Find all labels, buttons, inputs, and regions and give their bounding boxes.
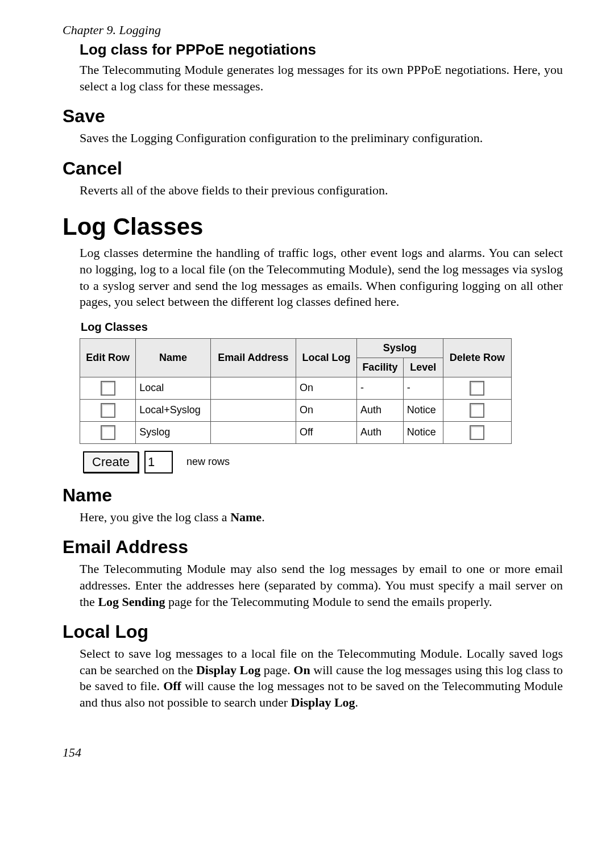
text-span: Here, you give the log class a <box>80 510 230 524</box>
delete-checkbox[interactable] <box>470 425 484 440</box>
body-local-log: Select to save log messages to a local f… <box>80 646 563 711</box>
bold-span: Off <box>163 679 181 693</box>
cell-facility: - <box>356 377 403 399</box>
bold-span: Log Sending <box>98 595 165 609</box>
cell-email <box>210 399 296 421</box>
heading-name: Name <box>63 485 563 506</box>
th-syslog: Syslog <box>356 338 443 358</box>
th-name: Name <box>136 338 211 377</box>
th-delete-row: Delete Row <box>443 338 511 377</box>
table-row: Local On - - <box>80 377 512 399</box>
th-facility: Facility <box>356 358 403 377</box>
cell-locallog: On <box>296 399 356 421</box>
bold-span: Display Log <box>196 663 260 677</box>
heading-email: Email Address <box>63 537 563 558</box>
bold-span: On <box>293 663 310 677</box>
page-number: 154 <box>63 745 563 760</box>
cell-locallog: On <box>296 377 356 399</box>
th-email: Email Address <box>210 338 296 377</box>
body-cancel: Reverts all of the above fields to their… <box>80 182 563 199</box>
cell-facility: Auth <box>356 399 403 421</box>
body-email: The Telecommuting Module may also send t… <box>80 561 563 610</box>
cell-name: Syslog <box>136 421 211 443</box>
cell-email <box>210 421 296 443</box>
create-row: Create new rows <box>83 451 512 474</box>
heading-pppoe: Log class for PPPoE negotiations <box>80 41 563 59</box>
edit-checkbox[interactable] <box>101 381 115 396</box>
log-classes-widget-title: Log Classes <box>80 318 512 338</box>
text-span: page. <box>260 663 293 677</box>
cell-email <box>210 377 296 399</box>
edit-checkbox[interactable] <box>101 425 115 440</box>
body-pppoe: The Telecommuting Module generates log m… <box>80 62 563 94</box>
cell-locallog: Off <box>296 421 356 443</box>
body-log-classes-intro: Log classes determine the handling of tr… <box>80 245 563 310</box>
table-row: Local+Syslog On Auth Notice <box>80 399 512 421</box>
th-local-log: Local Log <box>296 338 356 377</box>
log-classes-widget: Log Classes Edit Row Name Email Address … <box>80 318 512 474</box>
body-name: Here, you give the log class a Name. <box>80 509 563 526</box>
body-save: Saves the Logging Configuration configur… <box>80 130 563 147</box>
heading-save: Save <box>63 106 563 127</box>
chapter-header: Chapter 9. Logging <box>63 23 563 38</box>
delete-checkbox[interactable] <box>470 381 484 396</box>
create-suffix-label: new rows <box>179 456 230 468</box>
heading-log-classes: Log Classes <box>63 213 563 240</box>
log-classes-table: Edit Row Name Email Address Local Log Sy… <box>80 338 512 444</box>
heading-cancel: Cancel <box>63 158 563 179</box>
text-span: . <box>262 510 265 524</box>
edit-checkbox[interactable] <box>101 403 115 418</box>
cell-level: Notice <box>403 421 443 443</box>
text-span: . <box>355 695 359 709</box>
text-span: page for the Telecommuting Module to sen… <box>165 595 492 609</box>
table-row: Syslog Off Auth Notice <box>80 421 512 443</box>
page: Chapter 9. Logging Log class for PPPoE n… <box>0 0 614 794</box>
create-button[interactable]: Create <box>83 451 139 473</box>
th-edit-row: Edit Row <box>80 338 136 377</box>
cell-level: - <box>403 377 443 399</box>
cell-name: Local <box>136 377 211 399</box>
heading-local-log: Local Log <box>63 621 563 642</box>
bold-span: Name <box>230 510 262 524</box>
delete-checkbox[interactable] <box>470 403 484 418</box>
cell-level: Notice <box>403 399 443 421</box>
cell-name: Local+Syslog <box>136 399 211 421</box>
cell-facility: Auth <box>356 421 403 443</box>
th-level: Level <box>403 358 443 377</box>
create-count-input[interactable] <box>144 451 173 474</box>
bold-span: Display Log <box>291 695 355 709</box>
